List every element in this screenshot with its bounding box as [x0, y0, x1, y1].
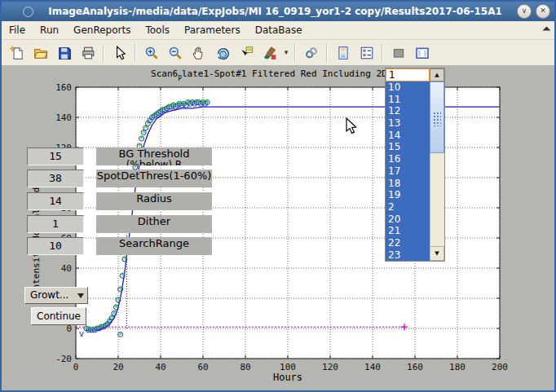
- svg-text:160: 160: [55, 82, 72, 93]
- dropdown-item-10[interactable]: 10: [386, 81, 430, 94]
- dropdown-item-22[interactable]: 22: [386, 237, 430, 249]
- growth-mode-label: Growt...: [30, 289, 68, 301]
- param-edit-searchrange[interactable]: 10: [27, 237, 84, 255]
- insert-colorbar-icon: [336, 46, 351, 60]
- svg-text:40: 40: [61, 263, 72, 274]
- toolbar-separator: [103, 44, 104, 62]
- dropdown-item-16[interactable]: 16: [386, 153, 430, 165]
- menu-tools[interactable]: Tools: [138, 22, 177, 38]
- show-plot-tools-button[interactable]: [411, 42, 433, 64]
- print-button[interactable]: [77, 42, 99, 64]
- print-icon: [81, 46, 95, 60]
- shade-window-button[interactable]: ∨: [517, 4, 532, 19]
- param-edit-bg-threshold[interactable]: 15: [27, 148, 84, 165]
- toolbar-separator: [326, 44, 328, 62]
- toolbar-separator: [135, 44, 136, 62]
- menu-run[interactable]: Run: [33, 22, 66, 38]
- save-icon: [57, 46, 72, 60]
- window-title: ImageAnalysis-/media/data/ExpJobs/MI 16_…: [33, 6, 517, 17]
- svg-text:*: *: [117, 330, 123, 341]
- pointer-button[interactable]: [108, 42, 130, 64]
- insert-legend-button[interactable]: [355, 42, 377, 64]
- dropdown-item-15[interactable]: 15: [386, 141, 430, 153]
- scrollbar-thumb[interactable]: [430, 81, 444, 153]
- continue-button[interactable]: Continue: [31, 307, 86, 325]
- param-label-spotdetthres-1-60-: SpotDetThres(1-60%): [96, 170, 212, 187]
- brush-dropdown-caret[interactable]: ▾: [281, 42, 291, 63]
- param-label-radius: Radius: [96, 192, 212, 210]
- brush-button[interactable]: [258, 42, 280, 64]
- dropdown-item-20[interactable]: 20: [386, 214, 430, 226]
- rotate-3d-icon: [215, 46, 230, 60]
- dropdown-item-13[interactable]: 13: [386, 117, 430, 130]
- zoom-in-button[interactable]: [140, 42, 162, 64]
- dropdown-item-23[interactable]: 23: [386, 249, 430, 261]
- index-dropdown: 1 10111213141516171819220212223 ▲ ▼: [386, 68, 444, 261]
- param-label-searchrange: SearchRange: [96, 237, 212, 255]
- window-icon: [23, 7, 33, 17]
- insert-colorbar-button[interactable]: [332, 42, 354, 64]
- new-file-icon: [10, 46, 24, 60]
- show-plot-tools-icon: [415, 46, 430, 60]
- menubar: FileRunGenReportsToolsParametersDataBase: [2, 21, 554, 40]
- hide-plot-tools-button[interactable]: [387, 42, 409, 64]
- param-label-bg-threshold: BG Threshold(%below) R: [96, 148, 212, 165]
- index-dropdown-selected[interactable]: 1: [386, 68, 430, 81]
- open-folder-button[interactable]: [29, 42, 51, 64]
- dropdown-item-14[interactable]: 14: [386, 130, 430, 142]
- menu-database[interactable]: DataBase: [248, 22, 310, 38]
- link-plots-button[interactable]: [300, 42, 322, 64]
- param-edit-spotdetthres-1-60-[interactable]: 38: [27, 170, 84, 187]
- pan-hand-icon: [192, 46, 206, 60]
- dropdown-item-18[interactable]: 18: [386, 178, 430, 190]
- close-window-button[interactable]: ✕: [536, 4, 550, 19]
- link-plots-icon: [304, 46, 319, 60]
- menu-file[interactable]: File: [2, 22, 33, 38]
- dropdown-caret-icon: [77, 293, 84, 302]
- menu-genreports[interactable]: GenReports: [66, 22, 138, 38]
- zoom-in-icon: [144, 46, 159, 60]
- scroll-up-button[interactable]: ▲: [430, 68, 444, 81]
- param-label-dither: Dither: [96, 215, 212, 233]
- dropdown-item-11[interactable]: 11: [386, 94, 430, 106]
- app-window: ImageAnalysis-/media/data/ExpJobs/MI 16_…: [0, 0, 556, 392]
- brush-icon: [263, 46, 277, 60]
- insert-legend-icon: [360, 46, 374, 60]
- new-file-button[interactable]: [6, 42, 28, 64]
- plot-canvas: ****************************************…: [2, 65, 554, 390]
- scrollbar-track[interactable]: [430, 153, 444, 246]
- growth-mode-dropdown-button[interactable]: Growt...: [24, 287, 88, 304]
- pan-hand-button[interactable]: [188, 42, 210, 64]
- hide-plot-tools-icon: [391, 46, 406, 60]
- dropdown-item-12[interactable]: 12: [386, 105, 430, 117]
- pointer-icon: [113, 46, 127, 60]
- svg-text:*: *: [116, 295, 121, 306]
- svg-text:*: *: [121, 254, 127, 265]
- figure-area: ****************************************…: [2, 65, 554, 390]
- dropdown-item-2[interactable]: 2: [386, 201, 430, 214]
- open-folder-icon: [33, 46, 48, 60]
- menu-parameters[interactable]: Parameters: [177, 22, 248, 38]
- zoom-out-button[interactable]: [164, 42, 186, 64]
- toolbar: ▾: [2, 40, 554, 65]
- scrollbar-thumb-grip: [433, 112, 441, 126]
- menu-overflow-icon[interactable]: [543, 27, 551, 35]
- dropdown-item-19[interactable]: 19: [386, 189, 430, 201]
- dropdown-scrollbar: ▲ ▼: [430, 68, 444, 261]
- param-edit-dither[interactable]: 1: [27, 215, 84, 233]
- svg-text:*: *: [205, 98, 210, 108]
- x-axis-label: Hours: [76, 372, 500, 383]
- toolbar-separator: [382, 44, 383, 62]
- svg-text:140: 140: [55, 112, 72, 123]
- data-cursor-icon: [239, 46, 254, 60]
- dropdown-item-17[interactable]: 17: [386, 165, 430, 178]
- rotate-3d-button[interactable]: [211, 42, 233, 64]
- save-button[interactable]: [53, 42, 75, 64]
- titlebar: ImageAnalysis-/media/data/ExpJobs/MI 16_…: [2, 2, 554, 21]
- data-cursor-button[interactable]: [235, 42, 257, 64]
- stray-point: v: [79, 328, 85, 339]
- param-edit-radius[interactable]: 14: [27, 192, 84, 210]
- scroll-down-button[interactable]: ▼: [430, 246, 444, 261]
- zoom-out-icon: [168, 46, 183, 60]
- dropdown-item-21[interactable]: 21: [386, 225, 430, 237]
